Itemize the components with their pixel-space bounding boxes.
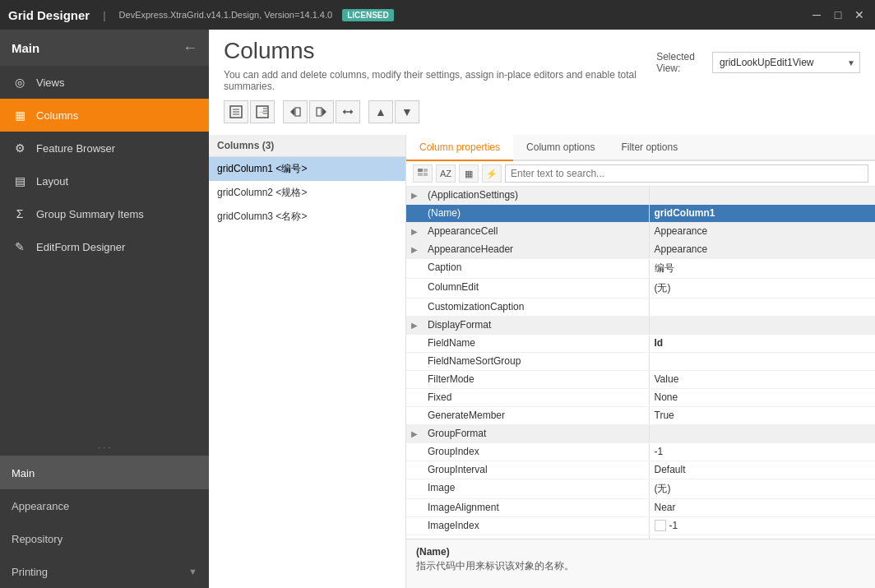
move-up-button[interactable]: ▲: [368, 100, 393, 123]
delete-column-button[interactable]: →: [250, 100, 275, 123]
expand-appheader[interactable]: ▶: [406, 241, 423, 258]
prop-val-image: (无): [650, 479, 876, 498]
title-bar: Grid Designer | DevExpress.XtraGrid.v14.…: [0, 0, 875, 30]
prop-row-imagealignment[interactable]: ImageAlignment Near: [406, 499, 875, 517]
selected-view-label: Selected View:: [656, 51, 706, 74]
app-subtitle: DevExpress.XtraGrid.v14.1.Design, Versio…: [119, 10, 333, 20]
column-item-1[interactable]: gridColumn2 <规格>: [209, 181, 405, 205]
move-left-button[interactable]: [283, 100, 308, 123]
prop-row-filtermode[interactable]: FilterMode Value: [406, 371, 875, 389]
page-title: Columns: [224, 38, 656, 64]
prop-filter-button[interactable]: ⚡: [482, 164, 502, 183]
prop-name-filtermode: FilterMode: [423, 371, 650, 388]
prop-val-appsettings: [650, 187, 876, 204]
sidebar-label-group-summary: Group Summary Items: [36, 208, 144, 220]
expand-groupformat[interactable]: ▶: [406, 425, 423, 442]
prop-name-customcaption: CustomizationCaption: [423, 299, 650, 316]
prop-name-fixed: Fixed: [423, 389, 650, 406]
app-title: Grid Designer: [8, 8, 90, 22]
prop-val-columnedit: (无): [650, 279, 876, 298]
maximize-button[interactable]: □: [831, 7, 845, 22]
column-item-0[interactable]: gridColumn1 <编号>: [209, 157, 405, 181]
prop-val-caption: 编号: [650, 259, 876, 278]
prop-row-fieldnamesortgroup[interactable]: FieldNameSortGroup: [406, 353, 875, 371]
svg-text:→: →: [257, 108, 265, 116]
sidebar-bottom-printing[interactable]: Printing ▼: [0, 555, 209, 588]
expand-displayformat[interactable]: ▶: [406, 317, 423, 334]
sidebar-item-feature-browser[interactable]: ⚙ Feature Browser: [0, 132, 209, 164]
prop-row-appsettings: ▶ (ApplicationSettings): [406, 187, 875, 205]
column-item-2[interactable]: gridColumn3 <名称>: [209, 205, 405, 229]
prop-val-groupindex: -1: [650, 443, 876, 461]
prop-row-appheader: ▶ AppearanceHeader Appearance: [406, 241, 875, 259]
selected-view-dropdown-wrapper: gridLookUpEdit1View ▼: [712, 52, 860, 73]
prop-name-caption: Caption: [423, 259, 650, 278]
sidebar-item-layout[interactable]: ▤ Layout: [0, 164, 209, 197]
sidebar-bottom-repository[interactable]: Repository: [0, 522, 209, 555]
minimize-button[interactable]: ─: [809, 7, 824, 22]
tab-column-properties[interactable]: Column properties: [406, 135, 513, 161]
views-icon: ◎: [12, 76, 28, 89]
tab-bar: Column properties Column options Filter …: [406, 135, 875, 161]
prop-val-imagealignment: Near: [650, 499, 876, 516]
prop-row-imageindex[interactable]: ImageIndex -1: [406, 517, 875, 535]
prop-name-appcell: AppearanceCell: [423, 223, 650, 240]
svg-rect-10: [295, 108, 300, 116]
sidebar-item-editform[interactable]: ✎ EditForm Designer: [0, 230, 209, 263]
prop-sort-category-button[interactable]: [413, 164, 433, 183]
prop-row-columnedit[interactable]: ColumnEdit (无): [406, 279, 875, 299]
column-list-panel: Columns (3) gridColumn1 <编号> gridColumn2…: [209, 135, 406, 588]
prop-row-fieldname[interactable]: FieldName Id: [406, 335, 875, 353]
prop-grid: ▶ (ApplicationSettings) (Name) gridColum…: [406, 187, 875, 539]
prop-view-button[interactable]: ▦: [459, 164, 479, 183]
prop-row-caption[interactable]: Caption 编号: [406, 259, 875, 279]
tab-filter-options[interactable]: Filter options: [608, 135, 691, 161]
column-list: gridColumn1 <编号> gridColumn2 <规格> gridCo…: [209, 157, 405, 588]
columns-panel-header: Columns (3): [209, 135, 405, 157]
prop-row-generatemember[interactable]: GenerateMember True: [406, 407, 875, 425]
image-preview-box: [655, 520, 666, 531]
sidebar-bottom-appearance[interactable]: Appearance: [0, 489, 209, 522]
prop-name-imagealignment: ImageAlignment: [423, 499, 650, 516]
prop-name-fieldname: FieldName: [423, 335, 650, 352]
prop-row-fixed[interactable]: Fixed None: [406, 389, 875, 407]
expand-appsettings[interactable]: ▶: [406, 187, 423, 204]
prop-val-fieldname: Id: [650, 335, 876, 352]
prop-val-appheader: Appearance: [650, 241, 876, 258]
prop-row-image[interactable]: Image (无): [406, 479, 875, 499]
selected-view-select[interactable]: gridLookUpEdit1View: [712, 52, 860, 73]
prop-name-groupindex: GroupIndex: [423, 443, 650, 461]
prop-sort-alpha-button[interactable]: AZ: [436, 164, 456, 183]
prop-row-groupinterval[interactable]: GroupInterval Default: [406, 461, 875, 479]
sidebar-bottom-main[interactable]: Main: [0, 456, 209, 489]
columns-icon: ▦: [12, 109, 28, 122]
svg-marker-14: [343, 109, 345, 114]
move-right-button[interactable]: [309, 100, 334, 123]
sidebar-item-columns[interactable]: ▦ Columns: [0, 99, 209, 132]
main-content: Columns You can add and delete columns, …: [209, 30, 875, 588]
prop-name-columnedit: ColumnEdit: [423, 279, 650, 298]
add-column-button[interactable]: [224, 100, 248, 123]
prop-search-input[interactable]: [505, 164, 868, 183]
prop-row-customcaption[interactable]: CustomizationCaption: [406, 299, 875, 317]
prop-name-name: (Name): [423, 205, 650, 222]
prop-val-generatemember: True: [650, 407, 876, 424]
toolbar: → ▲ ▼: [224, 100, 656, 123]
prop-row-name[interactable]: (Name) gridColumn1: [406, 205, 875, 223]
prop-row-groupindex[interactable]: GroupIndex -1: [406, 443, 875, 461]
svg-marker-15: [350, 109, 353, 114]
sidebar-back-button[interactable]: ←: [183, 39, 197, 57]
group-summary-icon: Σ: [12, 207, 28, 220]
license-badge: LICENSED: [342, 9, 394, 21]
auto-size-button[interactable]: [336, 100, 360, 123]
move-down-button[interactable]: ▼: [395, 100, 419, 123]
sidebar-item-views[interactable]: ◎ Views: [0, 66, 209, 99]
sidebar-item-group-summary[interactable]: Σ Group Summary Items: [0, 197, 209, 230]
prop-name-fieldnamesortgroup: FieldNameSortGroup: [423, 353, 650, 370]
tab-column-options[interactable]: Column options: [513, 135, 608, 161]
layout-icon: ▤: [12, 174, 28, 188]
svg-rect-17: [424, 169, 428, 172]
svg-rect-12: [317, 108, 322, 116]
close-button[interactable]: ✕: [852, 7, 867, 22]
expand-appcell[interactable]: ▶: [406, 223, 423, 240]
